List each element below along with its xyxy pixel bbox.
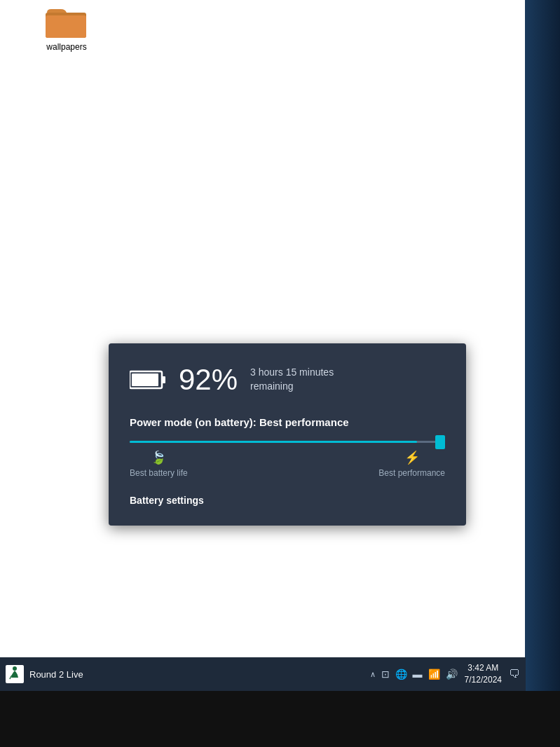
battery-settings-link[interactable]: Battery settings [130, 495, 445, 506]
network-icon[interactable]: 🌐 [395, 669, 407, 680]
taskbar-app-label[interactable]: Round 2 Live [29, 669, 83, 680]
screen-bezel-right [525, 0, 560, 747]
clock-date: 7/12/2024 [465, 674, 502, 686]
slider-label-right: ⚡ Best performance [378, 450, 445, 478]
battery-percent-text: 92% [179, 363, 238, 396]
svg-rect-1 [46, 15, 86, 38]
battery-tray-icon[interactable]: ▬ [413, 669, 423, 680]
slider-labels: 🍃 Best battery life ⚡ Best performance [130, 450, 445, 478]
wifi-icon[interactable]: 📶 [428, 669, 440, 680]
clock-time: 3:42 AM [467, 662, 498, 674]
taskbar-right: ∧ ⊡ 🌐 ▬ 📶 🔊 3:42 AM 7/12/2024 🗨 [370, 662, 520, 686]
power-mode-label: Power mode (on battery): Best performanc… [130, 416, 445, 428]
slider-track [130, 441, 445, 443]
desktop: wallpapers 92% 3 hours 15 minutes rem [0, 0, 560, 747]
battery-icon [130, 370, 166, 390]
battery-popup: 92% 3 hours 15 minutes remaining Power m… [109, 343, 466, 526]
performance-slider-container[interactable] [130, 441, 445, 443]
slider-label-left: 🍃 Best battery life [130, 450, 188, 478]
svg-rect-4 [132, 374, 158, 386]
folder-label: wallpapers [46, 42, 86, 52]
best-performance-icon: ⚡ [404, 450, 420, 465]
taskbar-left: Round 2 Live [6, 665, 83, 683]
chevron-up-icon[interactable]: ∧ [370, 670, 376, 679]
display-icon[interactable]: ⊡ [381, 669, 390, 680]
slider-thumb [435, 435, 445, 449]
svg-rect-3 [162, 376, 165, 383]
battery-life-icon: 🍃 [151, 450, 166, 465]
taskbar: Round 2 Live ∧ ⊡ 🌐 ▬ 📶 🔊 3:42 AM 7/12/20… [0, 657, 526, 691]
best-battery-label: Best battery life [130, 468, 188, 478]
taskbar-clock[interactable]: 3:42 AM 7/12/2024 [465, 662, 502, 686]
folder-icon-shape [46, 6, 88, 39]
desktop-background [0, 0, 526, 659]
pga-tour-icon[interactable] [6, 665, 24, 683]
battery-time-line2: remaining [250, 381, 293, 392]
wallpapers-folder[interactable]: wallpapers [46, 6, 88, 52]
battery-header: 92% 3 hours 15 minutes remaining [130, 363, 445, 397]
svg-point-5 [13, 666, 17, 671]
battery-time-line1: 3 hours 15 minutes [250, 366, 334, 378]
volume-icon[interactable]: 🔊 [446, 669, 458, 680]
battery-time: 3 hours 15 minutes remaining [250, 366, 334, 393]
bottom-bezel [0, 691, 560, 747]
notification-icon[interactable]: 🗨 [509, 668, 520, 680]
best-performance-label: Best performance [378, 468, 445, 478]
system-tray: ∧ ⊡ 🌐 ▬ 📶 🔊 [370, 669, 458, 680]
battery-percent-value: 92% [179, 363, 238, 397]
slider-fill [130, 441, 417, 443]
